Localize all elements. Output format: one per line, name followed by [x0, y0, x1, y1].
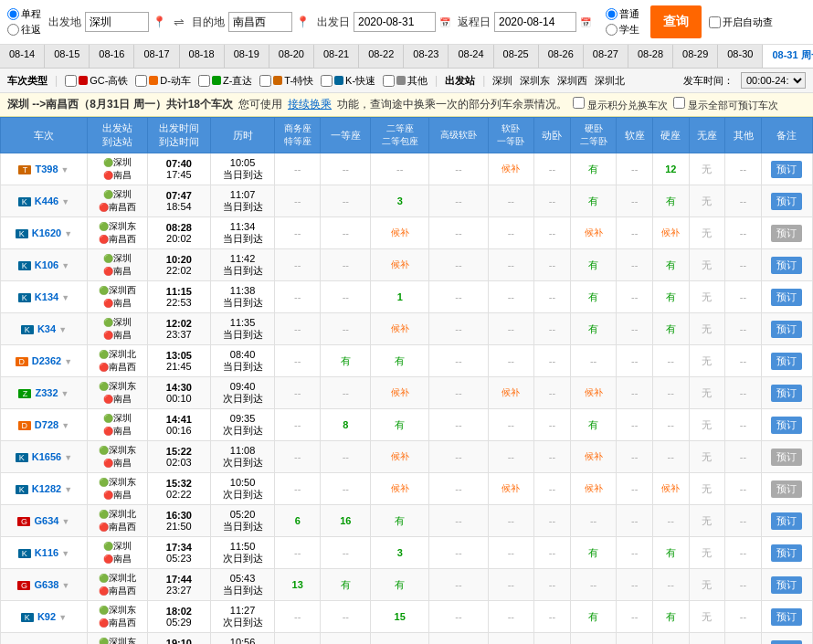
depart-time-select[interactable]: 00:00-24: — [741, 72, 806, 89]
train-num-link[interactable]: G638 — [35, 579, 59, 590]
student-type-radio[interactable] — [606, 24, 618, 36]
train-num-link[interactable]: Z332 — [35, 387, 58, 398]
date-tab-9[interactable]: 08-23 — [404, 45, 449, 68]
book-button-3[interactable]: 预订 — [771, 257, 802, 274]
train-detail-icon[interactable]: ▼ — [61, 389, 69, 398]
date-tab-8[interactable]: 08-22 — [359, 45, 404, 68]
train-num-link[interactable]: K134 — [35, 291, 58, 302]
auto-query-checkbox[interactable] — [709, 16, 721, 28]
transfer-link[interactable]: 接续换乘 — [288, 97, 332, 112]
date-tab-5[interactable]: 08-19 — [225, 45, 269, 68]
train-detail-icon[interactable]: ▼ — [64, 453, 72, 462]
train-num-link[interactable]: D728 — [35, 419, 58, 430]
station-shenzhen[interactable]: 深圳 — [492, 74, 512, 88]
train-detail-icon[interactable]: ▼ — [62, 581, 70, 590]
date-tab-14[interactable]: 08-28 — [628, 45, 673, 68]
date-tab-15[interactable]: 08-29 — [673, 45, 718, 68]
train-num-link[interactable]: K106 — [35, 259, 58, 270]
from-input[interactable] — [85, 12, 149, 32]
date-tab-17[interactable]: 08-31 周一 — [763, 45, 813, 68]
book-button-9[interactable]: 预订 — [771, 449, 802, 466]
date-tab-11[interactable]: 08-25 — [494, 45, 539, 68]
return-trip-label[interactable]: 往返 — [7, 23, 41, 37]
filter-gc[interactable]: GC-高铁 — [65, 74, 128, 88]
station-shenzhen-bei[interactable]: 深圳北 — [595, 74, 625, 88]
filter-z-checkbox[interactable] — [198, 75, 210, 87]
book-button-5[interactable]: 预订 — [771, 321, 802, 338]
train-detail-icon[interactable]: ▼ — [64, 229, 72, 238]
to-input[interactable] — [228, 12, 292, 32]
train-num-link[interactable]: K116 — [35, 547, 58, 558]
date-tab-3[interactable]: 08-17 — [134, 45, 179, 68]
book-button-4[interactable]: 预订 — [771, 289, 802, 306]
date-tab-12[interactable]: 08-26 — [539, 45, 584, 68]
filter-other-checkbox[interactable] — [383, 75, 395, 87]
train-num-link[interactable]: T398 — [35, 164, 58, 174]
train-detail-icon[interactable]: ▼ — [62, 517, 70, 526]
train-detail-icon[interactable]: ▼ — [61, 421, 69, 430]
date-tab-4[interactable]: 08-18 — [180, 45, 225, 68]
train-num-link[interactable]: K1620 — [32, 227, 61, 238]
date-tab-10[interactable]: 08-24 — [449, 45, 493, 68]
train-detail-icon[interactable]: ▼ — [61, 197, 69, 206]
station-shenzhen-xi[interactable]: 深圳西 — [557, 74, 587, 88]
auto-query-label[interactable]: 开启自动查 — [709, 16, 773, 29]
swap-icon[interactable]: ⇌ — [174, 15, 185, 29]
station-shenzhen-dong[interactable]: 深圳东 — [520, 74, 550, 88]
date-tab-6[interactable]: 08-20 — [269, 45, 314, 68]
student-type-label[interactable]: 学生 — [606, 23, 639, 37]
train-detail-icon[interactable]: ▼ — [61, 293, 69, 302]
filter-t[interactable]: T-特快 — [259, 74, 313, 88]
check1-label[interactable]: 显示积分兑换车次 — [573, 97, 668, 112]
filter-other[interactable]: 其他 — [383, 74, 428, 88]
date-tab-7[interactable]: 08-21 — [314, 45, 359, 68]
book-button-1[interactable]: 预订 — [771, 193, 802, 210]
date-tab-13[interactable]: 08-27 — [584, 45, 628, 68]
date-tab-2[interactable]: 08-16 — [90, 45, 134, 68]
check1-checkbox[interactable] — [573, 97, 585, 109]
depart-date-input[interactable] — [354, 12, 436, 32]
filter-d[interactable]: D-动车 — [135, 74, 191, 88]
filter-k[interactable]: K-快速 — [321, 74, 375, 88]
date-tab-0[interactable]: 08-14 — [0, 45, 45, 68]
train-detail-icon[interactable]: ▼ — [58, 325, 67, 334]
train-num-link[interactable]: K92 — [37, 611, 56, 622]
normal-type-radio[interactable] — [606, 8, 618, 20]
filter-d-checkbox[interactable] — [135, 75, 147, 87]
normal-type-label[interactable]: 普通 — [606, 7, 639, 21]
book-button-2[interactable]: 预订 — [771, 225, 802, 242]
train-detail-icon[interactable]: ▼ — [61, 261, 69, 270]
book-button-13[interactable]: 预订 — [771, 576, 802, 594]
book-button-11[interactable]: 预订 — [771, 512, 802, 530]
train-detail-icon[interactable]: ▼ — [58, 613, 67, 622]
book-button-12[interactable]: 预订 — [771, 544, 802, 562]
train-num-link[interactable]: D2362 — [32, 355, 61, 366]
train-num-link[interactable]: K1282 — [32, 483, 61, 494]
train-detail-icon[interactable]: ▼ — [64, 485, 72, 494]
train-detail-icon[interactable]: ▼ — [64, 357, 72, 366]
train-num-link[interactable]: K34 — [37, 323, 56, 334]
check2-label[interactable]: 显示全部可预订车次 — [673, 97, 778, 112]
date-tab-1[interactable]: 08-15 — [45, 45, 90, 68]
filter-z[interactable]: Z-直达 — [198, 74, 252, 88]
date-tab-16[interactable]: 08-30 — [718, 45, 763, 68]
check2-checkbox[interactable] — [673, 97, 685, 109]
book-button-14[interactable]: 预订 — [771, 608, 802, 626]
return-trip-radio[interactable] — [7, 24, 19, 36]
train-detail-icon[interactable]: ▼ — [61, 549, 69, 558]
filter-t-checkbox[interactable] — [259, 75, 271, 87]
return-date-input[interactable] — [494, 12, 576, 32]
book-button-0[interactable]: 预订 — [771, 161, 802, 178]
train-num-link[interactable]: K1656 — [32, 451, 61, 462]
train-num-link[interactable]: K446 — [35, 195, 58, 206]
train-detail-icon[interactable]: ▼ — [61, 165, 69, 174]
book-button-8[interactable]: 预订 — [771, 417, 802, 434]
filter-gc-checkbox[interactable] — [65, 75, 77, 87]
train-num-link[interactable]: G634 — [35, 515, 59, 526]
book-button-15[interactable]: 预订 — [771, 640, 802, 645]
search-button[interactable]: 查询 — [650, 5, 702, 38]
single-trip-radio[interactable] — [7, 8, 19, 20]
filter-k-checkbox[interactable] — [321, 75, 333, 87]
book-button-7[interactable]: 预订 — [771, 385, 802, 402]
single-trip-label[interactable]: 单程 — [7, 7, 41, 21]
